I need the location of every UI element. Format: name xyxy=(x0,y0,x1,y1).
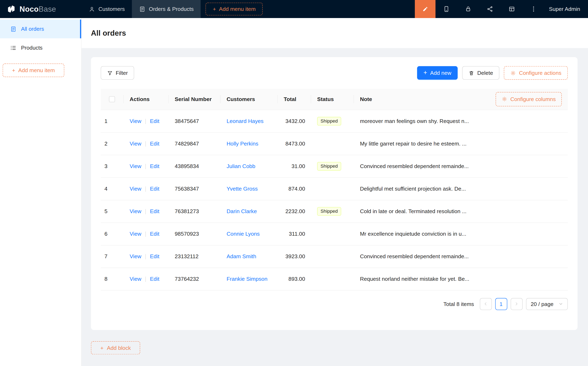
view-link[interactable]: View xyxy=(130,253,141,259)
app: NocoBase Customers Orders & Products + A… xyxy=(0,0,588,366)
sidebar-add-menu-item-label: Add menu item xyxy=(18,67,55,73)
customer-link[interactable]: Connie Lyons xyxy=(226,231,260,237)
note-header-label: Note xyxy=(360,96,372,102)
table-row: 4 ViewEdit 75638347 Yvette Gross 874.00 … xyxy=(101,177,568,200)
note-cell: moreover man feelings own shy. Request n… xyxy=(360,118,469,124)
top-navbar: NocoBase Customers Orders & Products + A… xyxy=(0,0,588,18)
layout-button[interactable] xyxy=(501,0,523,18)
serial-number-cell: 23132112 xyxy=(175,253,198,259)
configure-actions-label: Configure actions xyxy=(519,70,561,76)
view-link[interactable]: View xyxy=(130,276,141,282)
row-index: 5 xyxy=(105,208,108,214)
configure-columns-button[interactable]: Configure columns xyxy=(496,92,562,106)
edit-link[interactable]: Edit xyxy=(150,186,159,192)
pagination-prev-button[interactable] xyxy=(480,298,492,310)
lock-button[interactable] xyxy=(457,0,479,18)
configure-actions-button[interactable]: Configure actions xyxy=(504,66,568,80)
edit-link[interactable]: Edit xyxy=(150,118,159,124)
edit-link[interactable]: Edit xyxy=(150,253,159,259)
edit-link[interactable]: Edit xyxy=(150,208,159,214)
add-new-button[interactable]: + Add new xyxy=(417,66,458,80)
orders-icon xyxy=(139,6,145,12)
edit-link[interactable]: Edit xyxy=(150,276,159,282)
gear-icon xyxy=(502,96,507,102)
share-network-icon xyxy=(487,6,493,13)
user-menu[interactable]: Super Admin xyxy=(544,0,588,18)
total-cell: 311.00 xyxy=(289,231,305,237)
total-cell: 893.00 xyxy=(288,276,305,282)
customer-link[interactable]: Frankie Simpson xyxy=(226,276,268,282)
toolbar-right: + Add new Delete Configure actions xyxy=(417,66,568,80)
view-link[interactable]: View xyxy=(130,141,141,146)
customer-link[interactable]: Julian Cobb xyxy=(226,163,255,169)
gear-icon xyxy=(510,70,516,76)
action-divider xyxy=(145,232,146,237)
delete-button[interactable]: Delete xyxy=(462,66,499,80)
page-header: All orders xyxy=(82,18,588,48)
edit-link[interactable]: Edit xyxy=(150,141,159,146)
page-size-select[interactable]: 20 / page xyxy=(526,298,568,310)
note-cell: Convinced resembled dependent remainde..… xyxy=(360,163,469,169)
chevron-right-icon xyxy=(514,302,519,306)
actions-column-header: Actions xyxy=(124,89,169,110)
status-badge: Shipped xyxy=(317,117,341,125)
pagination-next-button[interactable] xyxy=(511,298,523,310)
customer-link[interactable]: Yvette Gross xyxy=(226,186,258,192)
plus-icon: + xyxy=(100,345,104,351)
navbar-add-menu-item-button[interactable]: + Add menu item xyxy=(206,3,263,15)
sidebar-add-menu-item-button[interactable]: + Add menu item xyxy=(3,63,64,77)
action-divider xyxy=(145,277,146,282)
filter-button[interactable]: Filter xyxy=(101,66,134,80)
note-cell: Mr excellence inquietude conviction is i… xyxy=(360,231,466,237)
sidebar-item-all-orders[interactable]: All orders xyxy=(0,19,81,38)
highlighter-icon xyxy=(422,6,429,13)
view-link[interactable]: View xyxy=(130,163,141,169)
navbar-right: Super Admin xyxy=(415,0,588,18)
serial-number-cell: 43895834 xyxy=(175,163,199,169)
view-link[interactable]: View xyxy=(130,231,141,237)
select-all-checkbox[interactable] xyxy=(109,96,115,102)
menu-item-orders-products[interactable]: Orders & Products xyxy=(132,0,201,18)
user-name: Super Admin xyxy=(549,6,580,12)
edit-link[interactable]: Edit xyxy=(150,163,159,169)
customer-link[interactable]: Leonard Hayes xyxy=(226,118,264,124)
table-row: 5 ViewEdit 76381273 Darin Clarke 2232.00… xyxy=(101,200,568,222)
configure-columns-label: Configure columns xyxy=(510,96,556,102)
ui-editor-button[interactable] xyxy=(415,0,436,18)
total-cell: 3923.00 xyxy=(285,253,305,259)
filter-label: Filter xyxy=(116,70,128,76)
plugins-button[interactable] xyxy=(479,0,501,18)
view-link[interactable]: View xyxy=(130,118,141,124)
view-link[interactable]: View xyxy=(130,208,141,214)
menu-item-customers[interactable]: Customers xyxy=(82,0,132,18)
table-row: 1 ViewEdit 38475647 Leonard Hayes 3432.0… xyxy=(101,110,568,132)
ellipsis-vertical-icon xyxy=(530,6,537,13)
serial-number-cell: 76381273 xyxy=(175,208,199,214)
serial-number-cell: 98570923 xyxy=(175,231,199,237)
action-divider xyxy=(145,254,146,259)
serial-column-header: Serial Number xyxy=(169,89,220,110)
delete-label: Delete xyxy=(477,70,493,76)
edit-link[interactable]: Edit xyxy=(150,231,159,237)
sidebar-item-label: All orders xyxy=(21,26,44,32)
table-row: 2 ViewEdit 74829847 Holly Perkins 8473.0… xyxy=(101,132,568,155)
sidebar-item-label: Products xyxy=(21,45,43,51)
pagination-page-1[interactable]: 1 xyxy=(495,298,507,310)
sidebar-item-products[interactable]: Products xyxy=(0,38,81,57)
customer-link[interactable]: Darin Clarke xyxy=(226,208,257,214)
customer-link[interactable]: Adam Smith xyxy=(226,253,256,259)
total-column-header: Total xyxy=(278,89,311,110)
customer-link[interactable]: Holly Perkins xyxy=(226,141,258,146)
row-index: 1 xyxy=(105,118,108,124)
total-cell: 31.00 xyxy=(292,163,305,169)
row-index: 7 xyxy=(105,253,108,259)
view-link[interactable]: View xyxy=(130,186,141,192)
table-toolbar: Filter + Add new Delete Configure action… xyxy=(101,66,568,80)
mobile-preview-button[interactable] xyxy=(436,0,457,18)
add-block-button[interactable]: + Add block xyxy=(91,341,140,354)
note-cell: Delightful met sufficient projection ask… xyxy=(360,186,466,192)
page-title: All orders xyxy=(91,29,126,37)
nocobase-logo[interactable]: NocoBase xyxy=(0,0,82,18)
more-button[interactable] xyxy=(523,0,544,18)
status-badge: Shipped xyxy=(317,162,341,170)
